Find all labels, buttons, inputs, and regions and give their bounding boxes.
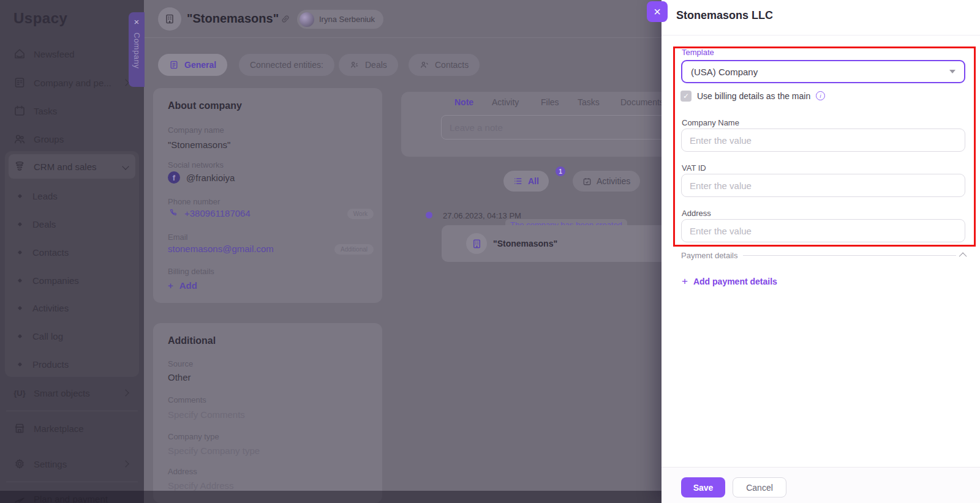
sidebar-item-call-log[interactable]: Call log: [9, 324, 135, 348]
sidebar-item-tasks[interactable]: Tasks: [9, 99, 135, 123]
company-details-drawer: Stonemasons LLC Template (USA) Company ✓…: [662, 0, 980, 503]
sidebar-item-groups[interactable]: Groups: [9, 127, 135, 151]
field-label: Comments: [168, 395, 206, 404]
tab-tasks[interactable]: Tasks: [578, 97, 600, 107]
address-placeholder[interactable]: Specify Address: [168, 480, 234, 491]
vat-id-label: VAT ID: [682, 163, 706, 173]
sidebar-item-products[interactable]: Products: [9, 352, 135, 376]
header-divider: [144, 37, 662, 38]
contacts-icon: [420, 60, 429, 70]
bullet-icon: [18, 250, 22, 254]
chevron-up-icon[interactable]: [959, 253, 967, 261]
company-side-tab[interactable]: × Company: [129, 12, 145, 87]
tab-note[interactable]: Note: [454, 97, 473, 107]
bottom-shade: [0, 491, 662, 503]
phone-type-badge: Work: [347, 209, 374, 219]
link-icon[interactable]: [280, 13, 291, 24]
list-icon: [513, 176, 523, 186]
sidebar-item-label: Leads: [32, 191, 58, 201]
field-label: Source: [168, 359, 193, 368]
uspacy-logo[interactable]: Uspacy: [13, 10, 67, 27]
tab-files[interactable]: Files: [541, 97, 559, 107]
tab-contacts[interactable]: Contacts: [409, 54, 480, 76]
tab-activity[interactable]: Activity: [492, 97, 519, 107]
drawer-footer: Save Cancel: [662, 467, 980, 503]
count-badge: 1: [556, 166, 565, 176]
sidebar-item-label: Settings: [34, 459, 67, 469]
sidebar-item-company-and-people[interactable]: Company and pe...: [9, 70, 135, 95]
company-name-input[interactable]: [681, 129, 965, 152]
billing-checkbox[interactable]: ✓: [680, 91, 692, 102]
sidebar-item-label: Groups: [34, 134, 64, 144]
save-button[interactable]: Save: [681, 477, 725, 497]
calendar-icon: [13, 105, 26, 117]
entry-avatar: [466, 233, 487, 254]
section-divider: [743, 255, 957, 256]
bullet-icon: [18, 278, 22, 282]
close-icon[interactable]: ×: [134, 17, 140, 26]
tab-label: Contacts: [435, 60, 469, 70]
sidebar-item-deals[interactable]: Deals: [9, 212, 135, 236]
tab-label: General: [184, 60, 216, 70]
email-value[interactable]: stonemasons@gmail.com: [168, 244, 274, 254]
add-billing-label[interactable]: Add: [179, 280, 197, 291]
smart-objects-icon: {U}: [13, 389, 26, 398]
filter-all-chip[interactable]: All: [503, 171, 549, 192]
phone-value[interactable]: +380961187064: [184, 208, 251, 218]
owner-chip[interactable]: Iryna Serbeniuk: [297, 10, 383, 29]
cancel-button[interactable]: Cancel: [733, 477, 786, 497]
handshake-icon: [350, 60, 360, 70]
vat-id-input[interactable]: [681, 174, 965, 197]
field-label: Company name: [168, 125, 224, 135]
address-input[interactable]: [681, 219, 965, 242]
add-payment-details-link[interactable]: + Add payment details: [682, 275, 777, 288]
info-icon[interactable]: i: [816, 91, 825, 100]
tab-deals[interactable]: Deals: [339, 54, 398, 76]
company-name-value: "Stonemasons": [168, 140, 230, 150]
sidebar-item-label: Contacts: [32, 247, 69, 258]
tab-connected-entities[interactable]: Connected entities:: [239, 54, 334, 76]
payment-details-section[interactable]: Payment details: [681, 251, 967, 260]
sidebar-item-activities[interactable]: Activities: [9, 296, 135, 320]
sidebar-item-settings[interactable]: Settings: [9, 452, 135, 476]
about-company-card: About company Company name "Stonemasons"…: [153, 88, 382, 303]
sidebar-divider: [6, 411, 138, 411]
tab-general[interactable]: General: [158, 54, 227, 76]
payment-details-label: Payment details: [681, 251, 738, 260]
tab-label: Connected entities:: [250, 60, 323, 70]
sidebar-item-leads[interactable]: Leads: [9, 184, 135, 208]
sidebar-item-crm-and-sales[interactable]: CRM and sales: [9, 154, 135, 179]
owner-avatar: [300, 12, 314, 27]
company-type-placeholder[interactable]: Specify Company type: [168, 445, 260, 456]
company-name-label: Company Name: [682, 118, 739, 127]
email-row[interactable]: stonemasons@gmail.com: [168, 244, 274, 254]
drawer-close-button[interactable]: ×: [647, 1, 668, 22]
tab-documents[interactable]: Documents: [620, 97, 664, 107]
sidebar-item-smart-objects[interactable]: {U} Smart objects: [9, 381, 135, 405]
sidebar-item-marketplace[interactable]: Marketplace: [9, 416, 135, 441]
chevron-down-icon: [122, 163, 129, 170]
clipboard-icon: [169, 60, 179, 70]
add-billing-link[interactable]: + Add: [168, 280, 197, 291]
sidebar-item-newsfeed[interactable]: Newsfeed: [9, 42, 135, 66]
social-row[interactable]: f @frankioiya: [168, 171, 235, 184]
source-value[interactable]: Other: [168, 372, 191, 382]
social-handle[interactable]: @frankioiya: [186, 173, 235, 183]
bullet-icon: [18, 362, 22, 366]
org-chart-icon: [13, 76, 26, 89]
chevron-right-icon: [122, 79, 129, 86]
sidebar-item-contacts[interactable]: Contacts: [9, 240, 135, 264]
phone-row[interactable]: +380961187064: [168, 208, 251, 218]
filter-activities-chip[interactable]: Activities: [573, 171, 640, 192]
sidebar-divider: [6, 482, 138, 482]
sidebar-item-label: Products: [32, 359, 69, 370]
field-label: Billing details: [168, 267, 214, 276]
sidebar-item-label: Marketplace: [34, 423, 84, 434]
template-select[interactable]: (USA) Company: [681, 60, 965, 83]
sidebar-item-companies[interactable]: Companies: [9, 268, 135, 292]
check-icon: ✓: [683, 92, 689, 100]
card-title: About company: [168, 100, 242, 111]
email-type-badge: Additional: [334, 244, 374, 255]
comments-placeholder[interactable]: Specify Comments: [168, 409, 245, 420]
building-icon: [164, 13, 176, 25]
